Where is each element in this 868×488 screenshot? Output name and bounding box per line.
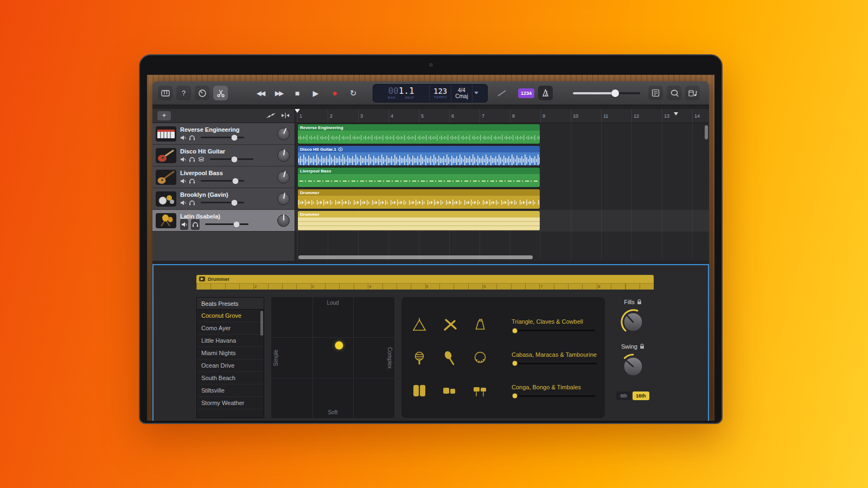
track-header-disco-hit-guitar[interactable]: Disco Hit Guitar	[152, 145, 295, 166]
region-play-icon[interactable]: ▶	[199, 277, 205, 281]
track-volume-slider[interactable]	[205, 223, 248, 225]
preset-item[interactable]: Coconut Grove	[197, 310, 264, 322]
track-volume-slider[interactable]	[210, 158, 253, 160]
add-track-button[interactable]: +	[157, 111, 171, 120]
percussion-level-slider[interactable]	[512, 395, 595, 397]
slider-knob[interactable]	[513, 361, 518, 366]
media-browser-button[interactable]	[685, 86, 700, 100]
master-volume-slider[interactable]	[573, 92, 640, 94]
editors-scissors-button[interactable]	[213, 86, 228, 100]
preset-item[interactable]: Miami Nights	[197, 347, 264, 359]
region-drummer-latin-selected[interactable]: Drummer	[297, 210, 540, 231]
stop-button[interactable]: ■	[288, 89, 307, 98]
pan-knob[interactable]	[277, 149, 290, 162]
percussion-level-slider[interactable]	[512, 330, 595, 331]
preset-item[interactable]: Como Ayer	[197, 322, 264, 335]
crossfade-tool-icon[interactable]	[494, 86, 509, 100]
maraca-icon[interactable]	[442, 350, 458, 366]
slider-knob[interactable]	[513, 394, 518, 399]
solo-headphones-icon[interactable]	[191, 219, 200, 230]
loop-browser-button[interactable]	[667, 86, 681, 100]
amp-stack-icon[interactable]	[198, 155, 205, 164]
count-in-button[interactable]: 1234	[518, 88, 534, 98]
track-header-liverpool-bass[interactable]: Liverpool Bass	[152, 166, 295, 188]
region-reverse-engineering[interactable]: Reverse Engineering	[297, 124, 540, 144]
track-volume-knob[interactable]	[233, 221, 239, 227]
cowbell-icon[interactable]	[472, 317, 488, 333]
lcd-mode-chevron[interactable]	[473, 85, 480, 102]
solo-headphones-icon[interactable]	[189, 155, 195, 164]
mute-icon[interactable]	[180, 176, 186, 186]
drummer-editor: ▶ Drummer 2 3 4 5 6 7 8	[152, 264, 709, 421]
editor-region-bar[interactable]: ▶ Drummer 2 3 4 5 6 7 8	[196, 275, 654, 290]
library-button[interactable]	[158, 86, 173, 100]
track-header-reverse-engineering[interactable]: Reverse Engineering	[152, 123, 295, 145]
metronome-button[interactable]	[538, 86, 553, 100]
volume-knob[interactable]	[611, 89, 619, 97]
track-volume-slider[interactable]	[201, 180, 244, 182]
rewind-button[interactable]: ◀◀	[251, 89, 270, 97]
bongo-icon[interactable]	[442, 382, 458, 399]
help-button[interactable]: ?	[176, 86, 191, 100]
ruler-bar: 2	[328, 109, 358, 123]
conga-icon[interactable]	[411, 382, 427, 399]
triangle-icon[interactable]	[411, 317, 427, 333]
grid-16th-button[interactable]: 16th	[633, 391, 649, 400]
notepad-button[interactable]	[648, 86, 663, 100]
timbales-icon[interactable]	[472, 382, 488, 399]
mute-icon[interactable]	[180, 198, 186, 208]
smart-controls-button[interactable]	[195, 86, 209, 100]
track-header-brooklyn-gavin[interactable]: Brooklyn (Gavin)	[152, 188, 295, 210]
presets-scrollbar[interactable]	[260, 311, 263, 336]
solo-headphones-icon[interactable]	[189, 198, 195, 208]
track-volume-knob[interactable]	[232, 200, 238, 206]
playhead-marker[interactable]	[295, 109, 300, 115]
vertical-scrollbar[interactable]	[705, 125, 708, 139]
solo-headphones-icon[interactable]	[189, 176, 195, 186]
project-end-marker[interactable]	[674, 112, 678, 118]
mute-icon[interactable]	[180, 219, 188, 230]
catch-playhead-button[interactable]	[281, 111, 290, 121]
pan-knob[interactable]	[277, 214, 290, 227]
track-volume-knob[interactable]	[231, 156, 237, 162]
slider-knob[interactable]	[513, 328, 518, 333]
preset-item[interactable]: Stormy Weather	[197, 397, 264, 409]
automation-button[interactable]	[266, 111, 276, 121]
preset-item[interactable]: Ocean Drive	[197, 359, 264, 372]
mute-icon[interactable]	[180, 155, 186, 164]
preset-item[interactable]: South Beach	[197, 372, 264, 384]
xy-puck[interactable]	[335, 342, 343, 350]
cycle-button[interactable]: ↻	[343, 88, 362, 98]
forward-button[interactable]: ▶▶	[270, 89, 288, 97]
timeline[interactable]: 1 2 3 4 5 6 7 8 9 10 11 12 13 14	[295, 109, 709, 261]
lcd-display[interactable]: 001.1 BARBEAT 123 TEMPO 4/4 Cmaj	[373, 84, 488, 102]
mute-icon[interactable]	[180, 133, 186, 143]
tambourine-icon[interactable]	[472, 350, 488, 366]
preset-item[interactable]: Stiltsville	[197, 384, 264, 397]
preset-item[interactable]: Little Havana	[197, 335, 264, 347]
track-volume-knob[interactable]	[232, 134, 238, 140]
track-volume-knob[interactable]	[233, 178, 239, 184]
region-drummer-brooklyn[interactable]: Drummer	[297, 189, 540, 209]
cabasa-icon[interactable]	[411, 350, 427, 366]
percussion-level-slider[interactable]	[512, 363, 597, 364]
region-disco-hit-guitar[interactable]: Disco Hit Guitar.1	[297, 145, 540, 166]
track-volume-slider[interactable]	[201, 202, 244, 203]
timeline-ruler[interactable]: 1 2 3 4 5 6 7 8 9 10 11 12 13 14	[295, 109, 709, 123]
pan-knob[interactable]	[277, 127, 290, 140]
editor-ruler[interactable]: 2 3 4 5 6 7 8	[196, 283, 654, 290]
complexity-xy-pad[interactable]: Loud Soft Simple Complex	[271, 297, 394, 418]
swing-knob[interactable]	[618, 351, 648, 384]
track-header-latin-isabela[interactable]: Latin (Isabela)	[152, 210, 295, 232]
fills-knob[interactable]	[618, 307, 648, 339]
solo-headphones-icon[interactable]	[189, 133, 195, 143]
record-button[interactable]: ●	[325, 88, 343, 98]
horizontal-scrollbar[interactable]	[298, 255, 533, 259]
region-liverpool-bass[interactable]: Liverpool Bass	[297, 167, 540, 188]
track-volume-slider[interactable]	[201, 137, 244, 138]
pan-knob[interactable]	[277, 192, 290, 205]
claves-icon[interactable]	[442, 317, 458, 333]
pan-knob[interactable]	[277, 171, 290, 183]
play-button[interactable]: ▶	[307, 89, 325, 98]
grid-8th-button[interactable]: 8th	[616, 391, 631, 400]
